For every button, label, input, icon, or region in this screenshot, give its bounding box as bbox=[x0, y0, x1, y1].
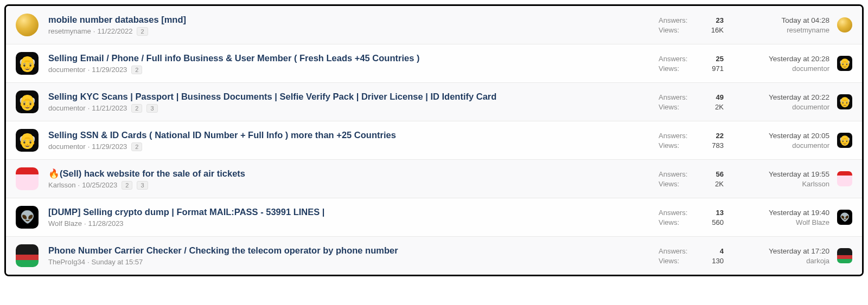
last-post-time[interactable]: Yesterday at 17:20 bbox=[730, 247, 829, 255]
thread-row: 👴Selling KYC Scans | Passport | Business… bbox=[6, 83, 862, 121]
last-post-avatar[interactable]: 👽 bbox=[837, 210, 852, 225]
author-avatar[interactable] bbox=[16, 244, 39, 267]
thread-date: 11/29/2023 bbox=[92, 66, 127, 74]
thread-title[interactable]: Selling SSN & ID Cards ( National ID Num… bbox=[48, 130, 652, 140]
last-post: Yesterday at 20:22documentor bbox=[724, 93, 829, 111]
last-post-time[interactable]: Today at 04:28 bbox=[730, 16, 829, 24]
thread-row: 👽[DUMP] Selling crypto dump | Format MAI… bbox=[6, 198, 862, 237]
thread-author[interactable]: TheProIg34 bbox=[48, 258, 85, 266]
thread-main: Selling KYC Scans | Passport | Business … bbox=[48, 92, 659, 113]
page-badge[interactable]: 2 bbox=[122, 181, 132, 190]
author-avatar[interactable] bbox=[16, 167, 39, 190]
answers-label: Answers: bbox=[659, 16, 694, 24]
last-post-user[interactable]: documentor bbox=[730, 64, 829, 73]
thread-stats: Answers:25Views:971 bbox=[659, 55, 724, 73]
thread-author[interactable]: resetmyname bbox=[48, 27, 91, 35]
last-post-user[interactable]: darkoja bbox=[730, 257, 829, 265]
thread-date: 11/21/2023 bbox=[92, 104, 127, 112]
views-label: Views: bbox=[659, 141, 695, 150]
last-post-avatar[interactable]: 👴 bbox=[837, 133, 852, 148]
last-post-avatar[interactable] bbox=[837, 17, 852, 33]
thread-meta: documentor · 11/29/20232 bbox=[48, 66, 652, 74]
thread-main: mobile number databases [mnd]resetmyname… bbox=[48, 15, 659, 36]
views-value: 2K bbox=[706, 103, 724, 111]
meta-separator: · bbox=[88, 104, 90, 112]
thread-meta: documentor · 11/29/20232 bbox=[48, 142, 652, 151]
author-avatar[interactable]: 👽 bbox=[16, 206, 39, 229]
thread-stats: Answers:4Views:130 bbox=[659, 247, 724, 265]
last-post: Yesterday at 17:20darkoja bbox=[724, 247, 829, 265]
thread-stats: Answers:23Views:16K bbox=[659, 16, 724, 34]
last-post-user[interactable]: Karlsson bbox=[730, 180, 829, 188]
last-post-time[interactable]: Yesterday at 19:55 bbox=[730, 170, 829, 178]
thread-meta: Karlsson · 10/25/202323 bbox=[48, 181, 652, 190]
last-post-avatar[interactable] bbox=[837, 171, 852, 186]
thread-title[interactable]: [DUMP] Selling crypto dump | Format MAIL… bbox=[48, 207, 652, 217]
page-badge[interactable]: 3 bbox=[137, 181, 148, 190]
thread-row: Phone Number Carrier Checker / Checking … bbox=[6, 237, 862, 275]
author-avatar[interactable]: 👴 bbox=[16, 90, 39, 113]
page-badge[interactable]: 2 bbox=[131, 66, 142, 74]
thread-row: 👴Selling SSN & ID Cards ( National ID Nu… bbox=[6, 121, 862, 160]
thread-row: 🔥(Sell) hack website for the sale of air… bbox=[6, 160, 862, 198]
views-value: 16K bbox=[704, 26, 724, 34]
thread-main: Phone Number Carrier Checker / Checking … bbox=[48, 245, 659, 266]
answers-label: Answers: bbox=[659, 55, 695, 63]
views-value: 130 bbox=[705, 257, 724, 265]
meta-separator: · bbox=[87, 258, 90, 266]
views-label: Views: bbox=[659, 26, 694, 34]
last-post: Yesterday at 20:05documentor bbox=[724, 132, 829, 150]
views-label: Views: bbox=[659, 218, 695, 226]
thread-author[interactable]: Wolf Blaze bbox=[48, 219, 82, 228]
author-avatar[interactable] bbox=[16, 14, 39, 36]
thread-title[interactable]: mobile number databases [mnd] bbox=[48, 15, 652, 25]
thread-meta: TheProIg34 · Sunday at 15:57 bbox=[48, 258, 652, 266]
thread-title[interactable]: Selling KYC Scans | Passport | Business … bbox=[48, 92, 652, 102]
thread-title[interactable]: Selling Email / Phone / Full info Busine… bbox=[48, 53, 652, 63]
last-post-user[interactable]: documentor bbox=[730, 141, 829, 150]
last-post-time[interactable]: Yesterday at 20:22 bbox=[730, 93, 829, 101]
thread-author[interactable]: documentor bbox=[48, 104, 86, 112]
last-post-avatar[interactable] bbox=[837, 248, 852, 263]
last-post-time[interactable]: Yesterday at 19:40 bbox=[730, 209, 829, 217]
views-value: 560 bbox=[705, 218, 724, 226]
thread-meta: Wolf Blaze · 11/28/2023 bbox=[48, 219, 652, 228]
page-badge[interactable]: 2 bbox=[137, 27, 148, 36]
thread-stats: Answers:56Views:2K bbox=[659, 170, 724, 188]
thread-date: 11/28/2023 bbox=[88, 219, 124, 228]
last-post: Yesterday at 19:55Karlsson bbox=[724, 170, 829, 188]
thread-author[interactable]: documentor bbox=[48, 142, 86, 151]
last-post-user[interactable]: documentor bbox=[730, 103, 829, 111]
answers-value: 4 bbox=[705, 247, 724, 255]
last-post: Yesterday at 20:28documentor bbox=[724, 55, 829, 73]
page-badge[interactable]: 2 bbox=[131, 142, 142, 151]
last-post-user[interactable]: Wolf Blaze bbox=[730, 218, 829, 226]
meta-separator: · bbox=[88, 142, 90, 151]
thread-main: [DUMP] Selling crypto dump | Format MAIL… bbox=[48, 207, 659, 228]
page-badge[interactable]: 2 bbox=[131, 104, 142, 113]
author-avatar[interactable]: 👴 bbox=[16, 129, 39, 152]
thread-title[interactable]: 🔥(Sell) hack website for the sale of air… bbox=[48, 168, 652, 179]
last-post-time[interactable]: Yesterday at 20:05 bbox=[730, 132, 829, 140]
thread-author[interactable]: Karlsson bbox=[48, 181, 76, 189]
last-post-user[interactable]: resetmyname bbox=[730, 26, 829, 34]
answers-value: 13 bbox=[705, 209, 724, 217]
last-post-avatar[interactable]: 👴 bbox=[837, 94, 852, 109]
views-label: Views: bbox=[659, 257, 695, 265]
last-post-time[interactable]: Yesterday at 20:28 bbox=[730, 55, 829, 63]
thread-date: 10/25/2023 bbox=[82, 181, 117, 189]
page-badge[interactable]: 3 bbox=[146, 104, 157, 113]
answers-value: 22 bbox=[705, 132, 724, 140]
thread-meta: documentor · 11/21/202323 bbox=[48, 104, 652, 113]
answers-value: 23 bbox=[704, 16, 724, 24]
answers-label: Answers: bbox=[659, 170, 697, 178]
author-avatar[interactable]: 👴 bbox=[16, 52, 39, 75]
answers-label: Answers: bbox=[659, 93, 697, 101]
views-label: Views: bbox=[659, 180, 697, 188]
thread-row: 👴Selling Email / Phone / Full info Busin… bbox=[6, 44, 862, 83]
last-post-avatar[interactable]: 👴 bbox=[837, 56, 852, 71]
thread-author[interactable]: documentor bbox=[48, 66, 86, 74]
thread-stats: Answers:13Views:560 bbox=[659, 209, 724, 226]
answers-value: 56 bbox=[706, 170, 724, 178]
thread-title[interactable]: Phone Number Carrier Checker / Checking … bbox=[48, 245, 652, 256]
